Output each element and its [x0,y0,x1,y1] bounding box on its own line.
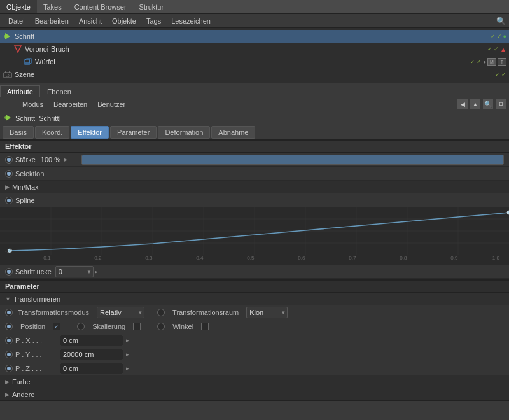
pz-radio[interactable] [5,365,13,372]
px-radio[interactable] [5,337,13,344]
tree-item-voronoi[interactable]: Voronoi-Bruch ✓ ✓ ▲ [0,43,509,55]
transform-space-radio[interactable] [157,309,165,316]
selektion-row: Selektion [0,167,509,181]
skalierung-radio[interactable] [77,323,85,330]
mode-tab-deformation[interactable]: Deformation [158,126,210,139]
mode-tab-effektor[interactable]: Effektor [71,126,109,139]
farbe-header[interactable]: ▶ Farbe [0,375,509,388]
menu-datei[interactable]: Datei [3,16,30,26]
svg-point-0 [4,35,6,38]
py-stepper[interactable]: ▸ [126,351,129,358]
tree-label-szene: Szene [15,71,495,78]
svg-text:0.8: 0.8 [400,255,407,261]
tree-item-wurfel[interactable]: Würfel ✓ ✓ ● M T [0,55,509,68]
tab-objekte[interactable]: Objekte [0,0,37,13]
starke-radio[interactable] [5,156,13,164]
py-label: P . Y . . . [15,351,60,358]
tab-content-browser[interactable]: Content Browser [68,0,133,13]
starke-progress-fill [82,155,503,164]
tab-ebenen[interactable]: Ebenen [40,85,78,97]
object-title-text: Schritt [Schritt] [15,115,61,122]
scene-icon: L0 [3,69,13,80]
starke-value: 100 % [41,156,60,164]
sflag-check2: ✓ [501,71,506,78]
tree-item-schritt[interactable]: Schritt ✓ ✓ ● [0,30,509,43]
px-input[interactable] [60,335,123,346]
nav-back-btn[interactable]: ◀ [457,99,468,109]
starke-progress-container[interactable] [81,155,504,165]
position-radio[interactable] [5,323,13,330]
wflag-mat1: M [487,58,496,66]
starke-label-area: Stärke 100 % ▸ [5,156,81,164]
py-row: P . Y . . . ▸ [0,347,509,361]
starke-label: Stärke [15,156,36,164]
transformieren-arrow: ▼ [5,296,11,302]
transformationsmodus-label: Transformationsmodus [18,309,89,316]
toolbar-grip: ⋮⋮ [3,101,15,108]
toolbar-bearbeiten[interactable]: Bearbeiten [48,99,92,109]
winkel-checkbox[interactable] [201,323,209,330]
skalierung-checkbox[interactable] [133,323,141,330]
search-btn[interactable]: 🔍 [483,99,493,109]
tab-attribute[interactable]: Attribute [0,85,40,97]
tree-flags-szene: ✓ ✓ [495,71,506,78]
transformieren-header[interactable]: ▼ Transformieren [0,293,509,305]
py-input[interactable] [60,349,123,360]
pz-stepper[interactable]: ▸ [126,365,129,372]
mode-tab-parameter[interactable]: Parameter [110,126,157,139]
svg-text:0.4: 0.4 [196,255,204,261]
schrittlucke-radio[interactable] [5,268,13,276]
toolbar-benutzer[interactable]: Benutzer [92,99,130,109]
schritt-icon [3,31,13,41]
py-radio[interactable] [5,351,13,358]
tree-item-szene[interactable]: L0 Szene ✓ ✓ [0,68,509,81]
menu-bearbeiten[interactable]: Bearbeiten [30,16,74,26]
transformationsmodus-select[interactable]: Relativ Absolut [97,307,144,318]
mode-tab-abnahme[interactable]: Abnahme [211,126,255,139]
minmax-arrow: ▶ [5,184,10,190]
andere-header[interactable]: ▶ Andere [0,388,509,401]
mode-tab-basis[interactable]: Basis [3,126,34,139]
object-tree: Schritt ✓ ✓ ● Voronoi-Bruch ✓ ✓ ▲ [0,28,509,83]
spline-canvas[interactable]: 0.1 0.2 0.3 0.4 0.5 0.6 0.7 0.8 0.9 1.0 … [0,207,509,265]
position-checkbox[interactable] [53,323,60,330]
schrittlucke-arrow: ▸ [95,269,98,275]
spline-radio[interactable] [5,197,13,204]
voronoi-icon [13,44,23,54]
schrittlucke-select-wrapper: 0 1 2 [55,266,94,277]
flag-check2: ✓ [497,33,502,39]
transform-mode-select-wrapper: Relativ Absolut [97,307,144,318]
transformationsraum-select[interactable]: Klon Welt Lokal [246,307,288,318]
top-tab-bar: Objekte Takes Content Browser Struktur [0,0,509,14]
schrittlucke-select[interactable]: 0 1 2 [55,266,94,277]
px-stepper[interactable]: ▸ [126,337,129,344]
svg-text:0.5: 0.5 [247,255,254,261]
search-icon[interactable]: 🔍 [496,17,506,25]
transform-mode-radio[interactable] [5,309,13,316]
tree-label-wurfel: Würfel [35,58,470,66]
tab-takes[interactable]: Takes [37,0,68,13]
selektion-radio[interactable] [5,170,13,178]
minmax-row[interactable]: ▶ Min/Max [0,181,509,193]
svg-text:0.2: 0.2 [94,255,102,261]
pos-skal-winkel-row: Position Skalierung Winkel [0,319,509,333]
pz-input[interactable] [60,363,123,374]
menu-tags[interactable]: Tags [141,16,166,26]
menu-objekte[interactable]: Objekte [107,16,141,26]
pz-row: P . Z . . . ▸ [0,361,509,375]
nav-up-btn[interactable]: ▲ [470,99,480,109]
menu-ansicht[interactable]: Ansicht [74,16,107,26]
pz-input-wrap: ▸ [60,363,129,374]
settings-btn[interactable]: ⚙ [496,99,506,109]
svg-text:0.3: 0.3 [145,255,153,261]
winkel-radio[interactable] [157,323,165,330]
mode-tab-koord[interactable]: Koord. [35,126,69,139]
toolbar-modus[interactable]: Modus [17,99,48,109]
pz-label: P . Z . . . [15,365,60,372]
menu-lesezeichen[interactable]: Lesezeichen [166,16,216,26]
svg-marker-1 [15,46,21,52]
spline-header: Spline . . . · [0,193,509,207]
andere-arrow: ▶ [5,391,10,398]
tab-struktur[interactable]: Struktur [133,0,171,13]
attribute-toolbar: ⋮⋮ Modus Bearbeiten Benutzer ◀ ▲ 🔍 ⚙ [0,97,509,111]
